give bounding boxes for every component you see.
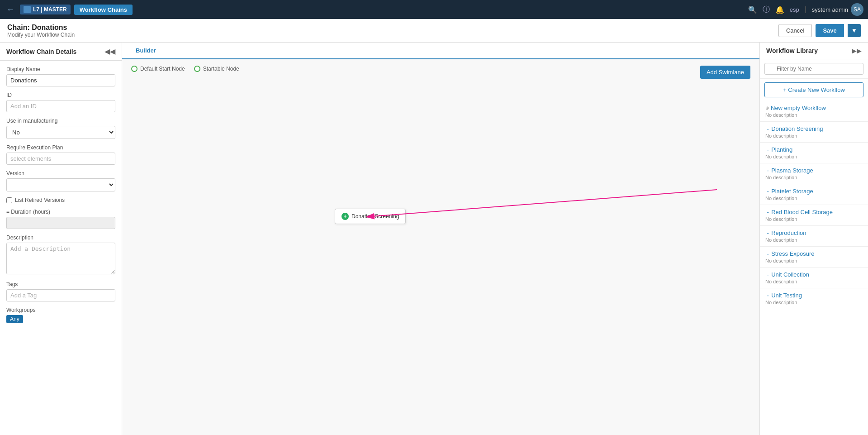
workflow-item-desc: No description [765, 175, 863, 180]
main-layout: Workflow Chain Details ◀◀ Display Name I… [0, 43, 868, 435]
display-name-input[interactable] [6, 74, 115, 86]
save-button[interactable]: Save [816, 24, 844, 37]
user-menu[interactable]: system admin SA [812, 3, 863, 16]
use-in-manufacturing-select[interactable]: No Yes [6, 126, 115, 139]
duration-input[interactable] [6, 217, 115, 229]
workflow-library-panel: Workflow Library ▶▶ ► + Create New Workf… [759, 43, 868, 435]
donation-screening-node[interactable]: + Donation Screening [335, 209, 406, 224]
workflow-list: ⊕New empty WorkflowNo description···Dona… [760, 101, 868, 435]
workflow-name-text: Unit Testing [771, 292, 802, 299]
workflow-dots-icon: ··· [765, 230, 769, 236]
id-input[interactable] [6, 100, 115, 112]
add-swimlane-button[interactable]: Add Swimlane [700, 66, 750, 79]
workflow-item-name: ···Reproduction [765, 229, 863, 236]
description-textarea[interactable] [6, 243, 115, 274]
chain-subtitle: Modify your Workflow Chain [7, 32, 75, 38]
version-select[interactable] [6, 178, 115, 191]
page-header-left: Chain: Donations Modify your Workflow Ch… [7, 24, 75, 38]
create-new-workflow-button[interactable]: + Create New Workflow [764, 82, 863, 97]
filter-input[interactable] [764, 63, 863, 75]
workflow-item-name: ⊕New empty Workflow [765, 105, 863, 111]
builder-canvas[interactable]: Default Start Node Startable Node Add Sw… [122, 59, 759, 435]
workflow-list-item[interactable]: ···Red Blood Cell StorageNo description [760, 205, 868, 226]
workflow-name-text: Donation Screening [771, 125, 823, 132]
use-in-manufacturing-label: Use in manufacturing [6, 118, 115, 124]
tags-input[interactable] [6, 289, 115, 301]
workflow-item-name: ···Red Blood Cell Storage [765, 209, 863, 215]
sidebar-title: Workflow Chain Details [6, 48, 76, 55]
workflow-item-name: ···Plasma Storage [765, 167, 863, 174]
workflow-library-collapse-button[interactable]: ▶▶ [852, 47, 862, 54]
workflow-list-item[interactable]: ···Platelet StorageNo description [760, 184, 868, 205]
workflow-item-name: ···Stress Exposure [765, 250, 863, 257]
version-group: Version [6, 170, 115, 191]
workflow-list-item[interactable]: ···Plasma StorageNo description [760, 163, 868, 184]
workflow-dots-icon: ··· [765, 168, 769, 173]
help-icon[interactable]: ⓘ [763, 5, 770, 14]
use-in-manufacturing-group: Use in manufacturing No Yes [6, 118, 115, 139]
arrow-svg [122, 59, 759, 435]
user-name-label: system admin [812, 6, 848, 13]
description-group: Description [6, 234, 115, 276]
search-icon[interactable]: 🔍 [748, 5, 757, 14]
list-retired-checkbox[interactable] [6, 197, 12, 203]
workgroups-label: Workgroups [6, 307, 115, 313]
workflow-list-item[interactable]: ···PlantingNo description [760, 143, 868, 163]
list-retired-group: List Retired Versions [6, 197, 115, 203]
language-selector[interactable]: esp [790, 6, 799, 13]
chain-prefix: Chain: [7, 24, 30, 31]
legend-default-start: Default Start Node [131, 66, 185, 72]
workflow-list-item[interactable]: ···ReproductionNo description [760, 226, 868, 247]
workflow-item-desc: No description [765, 216, 863, 222]
workflow-dots-icon: ··· [765, 293, 769, 298]
workflow-item-desc: No description [765, 279, 863, 284]
list-retired-label: List Retired Versions [15, 197, 65, 203]
chain-title: Chain: Donations [7, 24, 75, 32]
sidebar-collapse-button[interactable]: ◀◀ [104, 47, 115, 56]
builder-tab[interactable]: Builder [128, 43, 163, 59]
workflow-list-item[interactable]: ···Stress ExposureNo description [760, 247, 868, 268]
filter-bar: ► [760, 59, 868, 79]
cancel-button[interactable]: Cancel [778, 24, 812, 37]
workflow-name-text: Unit Collection [771, 271, 809, 278]
workflow-dots-icon: ··· [765, 147, 769, 153]
require-execution-plan-input[interactable] [6, 153, 115, 165]
left-sidebar: Workflow Chain Details ◀◀ Display Name I… [0, 43, 122, 435]
bell-icon[interactable]: 🔔 [775, 5, 784, 14]
workflow-library-header: Workflow Library ▶▶ [760, 43, 868, 59]
legend-startable-label: Startable Node [203, 66, 239, 72]
workflow-item-name: ···Planting [765, 146, 863, 153]
legend-default-start-label: Default Start Node [140, 66, 185, 72]
legend-startable-circle [194, 66, 200, 72]
app-badge: L7 | MASTER [20, 5, 71, 14]
workflow-name-text: Planting [771, 146, 792, 153]
svg-line-1 [366, 190, 717, 217]
workflow-item-name: ···Unit Collection [765, 271, 863, 278]
nav-icons-group: 🔍 ⓘ 🔔 esp | system admin SA [748, 3, 863, 16]
back-button[interactable]: ← [5, 3, 16, 16]
workflow-item-desc: No description [765, 237, 863, 243]
legend-default-start-circle [131, 66, 138, 72]
workflow-item-name: ···Donation Screening [765, 125, 863, 132]
workgroups-tag[interactable]: Any [6, 315, 23, 323]
save-dropdown-button[interactable]: ▼ [848, 24, 861, 37]
workflow-name-text: Reproduction [771, 229, 806, 236]
duration-group: = Duration (hours) [6, 209, 115, 229]
nav-divider: | [805, 5, 806, 14]
top-navigation: ← L7 | MASTER Workflow Chains 🔍 ⓘ 🔔 esp … [0, 0, 868, 19]
workflow-list-item[interactable]: ⊕New empty WorkflowNo description [760, 101, 868, 122]
tags-label: Tags [6, 281, 115, 287]
workflow-list-item[interactable]: ···Unit TestingNo description [760, 288, 868, 309]
current-module-button[interactable]: Workflow Chains [74, 5, 133, 15]
workflow-list-item[interactable]: ···Donation ScreeningNo description [760, 122, 868, 143]
builder-area: Builder Default Start Node Startable Nod… [122, 43, 759, 435]
workflow-name-text: Stress Exposure [771, 250, 814, 257]
workflow-item-name: ···Unit Testing [765, 292, 863, 299]
workflow-list-item[interactable]: ···Unit CollectionNo description [760, 268, 868, 288]
workflow-item-desc: No description [765, 258, 863, 263]
workflow-dots-icon: ··· [765, 210, 769, 215]
workflow-item-desc: No description [765, 300, 863, 305]
avatar-initials: SA [854, 6, 861, 13]
require-execution-plan-group: Require Execution Plan [6, 144, 115, 165]
builder-tabs-bar: Builder [122, 43, 759, 59]
